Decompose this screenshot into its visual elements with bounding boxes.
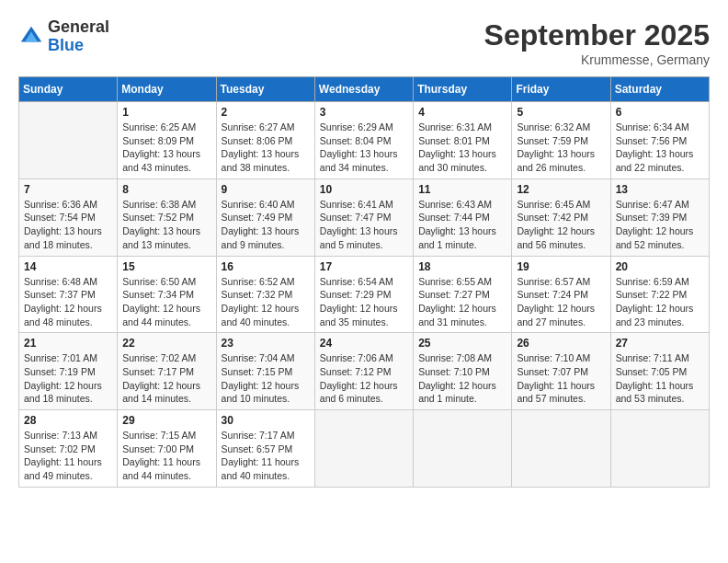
calendar-cell: 8Sunrise: 6:38 AM Sunset: 7:52 PM Daylig… bbox=[118, 178, 216, 256]
day-number: 9 bbox=[222, 183, 310, 196]
day-info: Sunrise: 6:47 AM Sunset: 7:39 PM Dayligh… bbox=[616, 198, 704, 252]
calendar-cell: 15Sunrise: 6:50 AM Sunset: 7:34 PM Dayli… bbox=[118, 256, 216, 333]
calendar-cell: 22Sunrise: 7:02 AM Sunset: 7:17 PM Dayli… bbox=[118, 333, 216, 410]
day-info: Sunrise: 7:13 AM Sunset: 7:02 PM Dayligh… bbox=[24, 429, 112, 483]
day-number: 28 bbox=[24, 414, 112, 427]
calendar-cell: 16Sunrise: 6:52 AM Sunset: 7:32 PM Dayli… bbox=[216, 256, 314, 333]
day-number: 21 bbox=[24, 337, 112, 350]
title-block: September 2025 Krummesse, Germany bbox=[484, 18, 710, 67]
calendar-cell: 28Sunrise: 7:13 AM Sunset: 7:02 PM Dayli… bbox=[19, 410, 118, 488]
calendar-week-5: 28Sunrise: 7:13 AM Sunset: 7:02 PM Dayli… bbox=[19, 410, 710, 488]
calendar-cell bbox=[414, 410, 512, 488]
calendar-cell: 12Sunrise: 6:45 AM Sunset: 7:42 PM Dayli… bbox=[512, 178, 610, 256]
calendar-cell: 29Sunrise: 7:15 AM Sunset: 7:00 PM Dayli… bbox=[118, 410, 216, 488]
weekday-header-sunday: Sunday bbox=[19, 77, 118, 102]
day-info: Sunrise: 7:17 AM Sunset: 6:57 PM Dayligh… bbox=[222, 429, 310, 483]
day-number: 18 bbox=[418, 260, 506, 273]
day-info: Sunrise: 7:04 AM Sunset: 7:15 PM Dayligh… bbox=[222, 351, 310, 406]
day-number: 14 bbox=[24, 260, 112, 273]
calendar-cell: 26Sunrise: 7:10 AM Sunset: 7:07 PM Dayli… bbox=[512, 333, 610, 410]
calendar-cell: 17Sunrise: 6:54 AM Sunset: 7:29 PM Dayli… bbox=[314, 256, 413, 333]
month-title: September 2025 bbox=[484, 18, 710, 52]
day-info: Sunrise: 6:29 AM Sunset: 8:04 PM Dayligh… bbox=[320, 121, 408, 175]
day-info: Sunrise: 6:59 AM Sunset: 7:22 PM Dayligh… bbox=[616, 275, 704, 329]
day-number: 8 bbox=[122, 183, 210, 196]
weekday-header-tuesday: Tuesday bbox=[216, 77, 314, 102]
day-number: 24 bbox=[320, 337, 408, 350]
logo-icon bbox=[18, 24, 44, 50]
day-info: Sunrise: 6:34 AM Sunset: 7:56 PM Dayligh… bbox=[616, 121, 704, 175]
day-number: 16 bbox=[222, 260, 310, 273]
day-info: Sunrise: 6:36 AM Sunset: 7:54 PM Dayligh… bbox=[24, 198, 112, 252]
location: Krummesse, Germany bbox=[484, 52, 710, 67]
day-info: Sunrise: 6:54 AM Sunset: 7:29 PM Dayligh… bbox=[320, 275, 408, 329]
day-info: Sunrise: 6:40 AM Sunset: 7:49 PM Dayligh… bbox=[222, 198, 310, 252]
calendar-cell: 18Sunrise: 6:55 AM Sunset: 7:27 PM Dayli… bbox=[414, 256, 512, 333]
day-info: Sunrise: 6:38 AM Sunset: 7:52 PM Dayligh… bbox=[122, 198, 210, 252]
day-number: 13 bbox=[616, 183, 704, 196]
day-info: Sunrise: 6:43 AM Sunset: 7:44 PM Dayligh… bbox=[418, 198, 506, 252]
day-number: 30 bbox=[222, 414, 310, 427]
calendar-cell: 25Sunrise: 7:08 AM Sunset: 7:10 PM Dayli… bbox=[414, 333, 512, 410]
calendar-cell: 1Sunrise: 6:25 AM Sunset: 8:09 PM Daylig… bbox=[118, 102, 216, 179]
calendar-body: 1Sunrise: 6:25 AM Sunset: 8:09 PM Daylig… bbox=[19, 102, 710, 488]
weekday-header-row: SundayMondayTuesdayWednesdayThursdayFrid… bbox=[19, 77, 710, 102]
day-info: Sunrise: 7:08 AM Sunset: 7:10 PM Dayligh… bbox=[418, 351, 506, 406]
weekday-header-monday: Monday bbox=[118, 77, 216, 102]
day-number: 4 bbox=[418, 106, 506, 119]
calendar-cell: 2Sunrise: 6:27 AM Sunset: 8:06 PM Daylig… bbox=[216, 102, 314, 179]
day-number: 20 bbox=[616, 260, 704, 273]
calendar-cell: 13Sunrise: 6:47 AM Sunset: 7:39 PM Dayli… bbox=[610, 178, 709, 256]
day-number: 29 bbox=[122, 414, 210, 427]
day-info: Sunrise: 7:10 AM Sunset: 7:07 PM Dayligh… bbox=[517, 351, 605, 406]
day-info: Sunrise: 6:57 AM Sunset: 7:24 PM Dayligh… bbox=[517, 275, 605, 329]
day-number: 23 bbox=[222, 337, 310, 350]
calendar-week-1: 1Sunrise: 6:25 AM Sunset: 8:09 PM Daylig… bbox=[19, 102, 710, 179]
day-info: Sunrise: 6:32 AM Sunset: 7:59 PM Dayligh… bbox=[517, 121, 605, 175]
weekday-header-friday: Friday bbox=[512, 77, 610, 102]
day-info: Sunrise: 6:55 AM Sunset: 7:27 PM Dayligh… bbox=[418, 275, 506, 329]
day-number: 17 bbox=[320, 260, 408, 273]
calendar-cell bbox=[512, 410, 610, 488]
logo-blue-text: Blue bbox=[48, 37, 109, 55]
day-info: Sunrise: 7:02 AM Sunset: 7:17 PM Dayligh… bbox=[122, 351, 210, 406]
logo: General Blue bbox=[18, 18, 109, 55]
day-info: Sunrise: 6:31 AM Sunset: 8:01 PM Dayligh… bbox=[418, 121, 506, 175]
day-number: 27 bbox=[616, 337, 704, 350]
calendar-cell: 11Sunrise: 6:43 AM Sunset: 7:44 PM Dayli… bbox=[414, 178, 512, 256]
day-number: 22 bbox=[122, 337, 210, 350]
weekday-header-saturday: Saturday bbox=[610, 77, 709, 102]
day-number: 15 bbox=[122, 260, 210, 273]
calendar-cell: 9Sunrise: 6:40 AM Sunset: 7:49 PM Daylig… bbox=[216, 178, 314, 256]
calendar-cell: 21Sunrise: 7:01 AM Sunset: 7:19 PM Dayli… bbox=[19, 333, 118, 410]
calendar-cell: 23Sunrise: 7:04 AM Sunset: 7:15 PM Dayli… bbox=[216, 333, 314, 410]
calendar-week-4: 21Sunrise: 7:01 AM Sunset: 7:19 PM Dayli… bbox=[19, 333, 710, 410]
calendar-cell: 14Sunrise: 6:48 AM Sunset: 7:37 PM Dayli… bbox=[19, 256, 118, 333]
day-number: 25 bbox=[418, 337, 506, 350]
day-number: 3 bbox=[320, 106, 408, 119]
day-info: Sunrise: 6:45 AM Sunset: 7:42 PM Dayligh… bbox=[517, 198, 605, 252]
day-number: 5 bbox=[517, 106, 605, 119]
day-info: Sunrise: 7:06 AM Sunset: 7:12 PM Dayligh… bbox=[320, 351, 408, 406]
day-info: Sunrise: 6:50 AM Sunset: 7:34 PM Dayligh… bbox=[122, 275, 210, 329]
day-number: 6 bbox=[616, 106, 704, 119]
day-info: Sunrise: 6:27 AM Sunset: 8:06 PM Dayligh… bbox=[222, 121, 310, 175]
calendar-week-3: 14Sunrise: 6:48 AM Sunset: 7:37 PM Dayli… bbox=[19, 256, 710, 333]
calendar-cell: 6Sunrise: 6:34 AM Sunset: 7:56 PM Daylig… bbox=[610, 102, 709, 179]
calendar-week-2: 7Sunrise: 6:36 AM Sunset: 7:54 PM Daylig… bbox=[19, 178, 710, 256]
logo-general-text: General bbox=[48, 18, 109, 37]
calendar-cell: 19Sunrise: 6:57 AM Sunset: 7:24 PM Dayli… bbox=[512, 256, 610, 333]
calendar-cell: 24Sunrise: 7:06 AM Sunset: 7:12 PM Dayli… bbox=[314, 333, 413, 410]
calendar-cell: 7Sunrise: 6:36 AM Sunset: 7:54 PM Daylig… bbox=[19, 178, 118, 256]
calendar-cell: 20Sunrise: 6:59 AM Sunset: 7:22 PM Dayli… bbox=[610, 256, 709, 333]
day-number: 11 bbox=[418, 183, 506, 196]
calendar-cell: 3Sunrise: 6:29 AM Sunset: 8:04 PM Daylig… bbox=[314, 102, 413, 179]
day-number: 2 bbox=[222, 106, 310, 119]
day-number: 26 bbox=[517, 337, 605, 350]
day-info: Sunrise: 7:11 AM Sunset: 7:05 PM Dayligh… bbox=[616, 351, 704, 406]
day-info: Sunrise: 6:48 AM Sunset: 7:37 PM Dayligh… bbox=[24, 275, 112, 329]
calendar-cell: 27Sunrise: 7:11 AM Sunset: 7:05 PM Dayli… bbox=[610, 333, 709, 410]
day-number: 19 bbox=[517, 260, 605, 273]
calendar: SundayMondayTuesdayWednesdayThursdayFrid… bbox=[18, 76, 710, 488]
calendar-cell: 4Sunrise: 6:31 AM Sunset: 8:01 PM Daylig… bbox=[414, 102, 512, 179]
